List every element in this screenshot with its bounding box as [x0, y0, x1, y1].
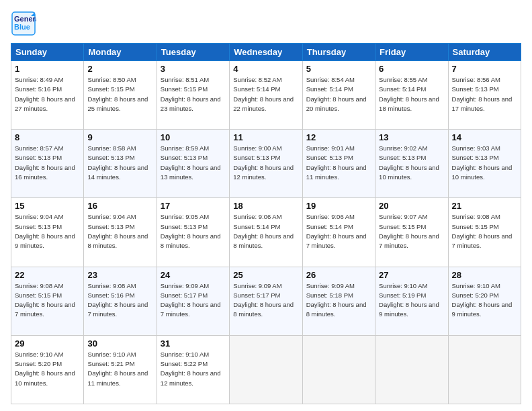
daylight-label: Daylight: 8 hours and 16 minutes.	[15, 164, 75, 181]
sunrise-label: Sunrise: 8:55 AM	[379, 76, 427, 83]
sunset-label: Sunset: 5:18 PM	[306, 291, 353, 299]
sunset-label: Sunset: 5:17 PM	[233, 291, 280, 299]
sunset-label: Sunset: 5:14 PM	[306, 85, 353, 93]
daylight-label: Daylight: 8 hours and 9 minutes.	[452, 301, 513, 318]
daylight-label: Daylight: 8 hours and 8 minutes.	[306, 301, 367, 318]
calendar-cell: 25 Sunrise: 9:09 AM Sunset: 5:17 PM Dayl…	[230, 267, 302, 335]
day-number: 25	[233, 270, 298, 280]
calendar-cell: 26 Sunrise: 9:09 AM Sunset: 5:18 PM Dayl…	[302, 267, 375, 335]
calendar-cell: 21 Sunrise: 9:08 AM Sunset: 5:15 PM Dayl…	[448, 198, 521, 267]
sunrise-label: Sunrise: 9:10 AM	[87, 351, 136, 358]
sunset-label: Sunset: 5:13 PM	[15, 223, 62, 230]
daylight-label: Daylight: 8 hours and 10 minutes.	[379, 164, 439, 181]
sunset-label: Sunset: 5:14 PM	[379, 85, 426, 93]
sunset-label: Sunset: 5:13 PM	[379, 154, 426, 161]
daylight-label: Daylight: 8 hours and 18 minutes.	[379, 95, 439, 112]
calendar-cell: 9 Sunrise: 8:58 AM Sunset: 5:13 PM Dayli…	[84, 130, 157, 198]
day-info: Sunrise: 9:06 AM Sunset: 5:14 PM Dayligh…	[306, 212, 371, 250]
sunrise-label: Sunrise: 9:00 AM	[233, 144, 281, 152]
day-number: 19	[306, 201, 371, 211]
calendar-cell: 3 Sunrise: 8:51 AM Sunset: 5:15 PM Dayli…	[157, 61, 229, 130]
day-info: Sunrise: 9:10 AM Sunset: 5:19 PM Dayligh…	[379, 281, 444, 320]
day-number: 22	[15, 270, 80, 280]
sunset-label: Sunset: 5:20 PM	[452, 291, 499, 299]
day-number: 14	[452, 132, 517, 142]
sunrise-label: Sunrise: 9:02 AM	[379, 144, 427, 152]
day-info: Sunrise: 9:05 AM Sunset: 5:13 PM Dayligh…	[161, 212, 226, 250]
logo-icon: General Blue	[11, 11, 36, 36]
daylight-label: Daylight: 8 hours and 7 minutes.	[379, 232, 439, 249]
day-info: Sunrise: 8:50 AM Sunset: 5:15 PM Dayligh…	[87, 75, 152, 113]
sunrise-label: Sunrise: 9:08 AM	[452, 213, 500, 220]
daylight-label: Daylight: 8 hours and 12 minutes.	[233, 164, 294, 181]
day-info: Sunrise: 9:04 AM Sunset: 5:13 PM Dayligh…	[15, 212, 80, 250]
calendar-week-row: 8 Sunrise: 8:57 AM Sunset: 5:13 PM Dayli…	[11, 130, 521, 198]
sunset-label: Sunset: 5:20 PM	[15, 360, 62, 367]
day-number: 6	[379, 64, 444, 74]
day-number: 2	[87, 64, 152, 74]
calendar-cell: 17 Sunrise: 9:05 AM Sunset: 5:13 PM Dayl…	[157, 198, 229, 267]
day-number: 7	[452, 64, 517, 74]
sunrise-label: Sunrise: 8:56 AM	[452, 76, 500, 83]
day-info: Sunrise: 8:49 AM Sunset: 5:16 PM Dayligh…	[15, 75, 80, 113]
sunset-label: Sunset: 5:17 PM	[161, 291, 208, 299]
day-number: 20	[379, 201, 444, 211]
day-info: Sunrise: 9:07 AM Sunset: 5:15 PM Dayligh…	[379, 212, 444, 250]
calendar-cell: 10 Sunrise: 8:59 AM Sunset: 5:13 PM Dayl…	[157, 130, 229, 198]
day-info: Sunrise: 9:01 AM Sunset: 5:13 PM Dayligh…	[306, 144, 371, 182]
sunset-label: Sunset: 5:15 PM	[15, 291, 62, 299]
day-info: Sunrise: 8:59 AM Sunset: 5:13 PM Dayligh…	[161, 144, 226, 182]
sunrise-label: Sunrise: 9:09 AM	[306, 282, 355, 289]
calendar-week-row: 1 Sunrise: 8:49 AM Sunset: 5:16 PM Dayli…	[11, 61, 521, 130]
calendar-cell	[302, 335, 375, 404]
calendar-cell: 19 Sunrise: 9:06 AM Sunset: 5:14 PM Dayl…	[302, 198, 375, 267]
day-info: Sunrise: 9:10 AM Sunset: 5:20 PM Dayligh…	[452, 281, 517, 320]
daylight-label: Daylight: 8 hours and 8 minutes.	[233, 301, 294, 318]
calendar-cell: 6 Sunrise: 8:55 AM Sunset: 5:14 PM Dayli…	[375, 61, 448, 130]
day-info: Sunrise: 9:08 AM Sunset: 5:15 PM Dayligh…	[452, 212, 517, 250]
calendar-cell: 12 Sunrise: 9:01 AM Sunset: 5:13 PM Dayl…	[302, 130, 375, 198]
sunrise-label: Sunrise: 9:10 AM	[452, 282, 500, 289]
daylight-label: Daylight: 8 hours and 20 minutes.	[306, 95, 367, 112]
page: General Blue SundayMondayTuesdayWednesda…	[0, 0, 532, 411]
logo: General Blue	[11, 11, 36, 36]
day-number: 27	[379, 270, 444, 280]
day-info: Sunrise: 8:56 AM Sunset: 5:13 PM Dayligh…	[452, 75, 517, 113]
daylight-label: Daylight: 8 hours and 12 minutes.	[161, 369, 221, 386]
sunrise-label: Sunrise: 9:05 AM	[161, 213, 209, 220]
sunset-label: Sunset: 5:13 PM	[87, 154, 134, 161]
calendar-week-row: 15 Sunrise: 9:04 AM Sunset: 5:13 PM Dayl…	[11, 198, 521, 267]
sunset-label: Sunset: 5:19 PM	[379, 291, 426, 299]
calendar-cell: 18 Sunrise: 9:06 AM Sunset: 5:14 PM Dayl…	[230, 198, 302, 267]
daylight-label: Daylight: 8 hours and 9 minutes.	[15, 232, 75, 249]
sunset-label: Sunset: 5:21 PM	[87, 360, 134, 367]
sunrise-label: Sunrise: 8:59 AM	[161, 144, 209, 152]
sunrise-label: Sunrise: 9:10 AM	[15, 351, 63, 358]
daylight-label: Daylight: 8 hours and 7 minutes.	[161, 301, 221, 318]
sunset-label: Sunset: 5:13 PM	[161, 154, 208, 161]
day-info: Sunrise: 9:02 AM Sunset: 5:13 PM Dayligh…	[379, 144, 444, 182]
svg-text:Blue: Blue	[14, 23, 30, 31]
day-number: 15	[15, 201, 80, 211]
sunrise-label: Sunrise: 9:08 AM	[87, 282, 136, 289]
sunset-label: Sunset: 5:22 PM	[161, 360, 208, 367]
sunrise-label: Sunrise: 9:07 AM	[379, 213, 427, 220]
day-number: 30	[87, 338, 152, 349]
sunrise-label: Sunrise: 9:09 AM	[161, 282, 209, 289]
day-number: 11	[233, 132, 298, 142]
day-info: Sunrise: 8:57 AM Sunset: 5:13 PM Dayligh…	[15, 144, 80, 182]
sunset-label: Sunset: 5:13 PM	[306, 154, 353, 161]
sunset-label: Sunset: 5:16 PM	[87, 291, 134, 299]
daylight-label: Daylight: 8 hours and 27 minutes.	[15, 95, 75, 112]
sunrise-label: Sunrise: 9:04 AM	[15, 213, 63, 220]
daylight-label: Daylight: 8 hours and 9 minutes.	[379, 301, 439, 318]
calendar-cell: 14 Sunrise: 9:03 AM Sunset: 5:13 PM Dayl…	[448, 130, 521, 198]
calendar-week-row: 22 Sunrise: 9:08 AM Sunset: 5:15 PM Dayl…	[11, 267, 521, 335]
sunset-label: Sunset: 5:13 PM	[161, 223, 208, 230]
calendar-cell	[375, 335, 448, 404]
day-number: 28	[452, 270, 517, 280]
calendar-cell: 28 Sunrise: 9:10 AM Sunset: 5:20 PM Dayl…	[448, 267, 521, 335]
calendar-cell: 27 Sunrise: 9:10 AM Sunset: 5:19 PM Dayl…	[375, 267, 448, 335]
day-number: 26	[306, 270, 371, 280]
calendar-cell: 4 Sunrise: 8:52 AM Sunset: 5:14 PM Dayli…	[230, 61, 302, 130]
